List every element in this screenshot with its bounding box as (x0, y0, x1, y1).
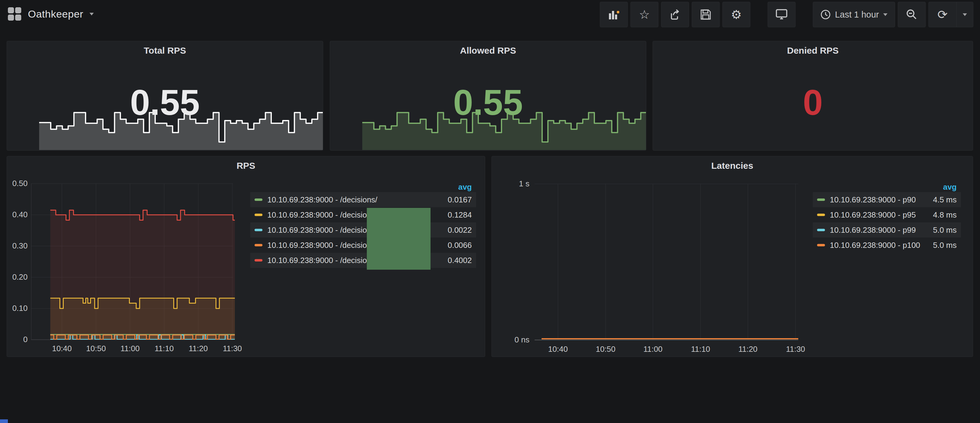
rps-y-tick: 0.30 (8, 241, 28, 250)
legend-series-label[interactable]: 10.10.69.238:9000 - p95 (830, 210, 916, 220)
rps-x-tick: 11:10 (148, 344, 181, 353)
rps-y-tick: 0.20 (8, 272, 28, 282)
rps-x-tick: 11:30 (216, 344, 249, 353)
time-range-label: Last 1 hour (835, 10, 879, 20)
save-icon (700, 9, 711, 20)
latencies-y-tick: 0 ns (500, 335, 530, 345)
legend-avg-value: 5.0 ms (933, 225, 961, 235)
rps-y-tick: 0.40 (8, 210, 28, 219)
rps-legend: avg 10.10.69.238:9000 - /decisions/0.016… (250, 182, 476, 268)
legend-series-label[interactable]: 10.10.69.238:9000 - /decisions/ (267, 210, 377, 220)
latencies-x-tick: 11:00 (636, 345, 670, 354)
panel-latencies: Latencies 1 s0 ns10:4010:5011:0011:1011:… (492, 156, 973, 357)
bottom-left-blue-element (0, 419, 8, 423)
latencies-x-tick: 11:20 (731, 345, 765, 354)
dashboard-title-caret-icon[interactable] (89, 13, 94, 16)
legend-avg-value: 4.8 ms (933, 210, 961, 220)
legend-series-label[interactable]: 10.10.69.238:9000 - p90 (830, 195, 916, 204)
grafana-dashboard: Oathkeeper ☆ ⚙ (0, 0, 980, 423)
series-key-icon (817, 229, 825, 231)
legend-avg-value: 0.0066 (447, 241, 476, 250)
legend-avg-value: 0.0167 (447, 195, 476, 204)
star-icon: ☆ (639, 8, 650, 21)
legend-avg-value: 0.4002 (447, 256, 476, 265)
panel-allowed-rps: Allowed RPS 0.55 (330, 41, 646, 151)
zoom-out-icon (906, 9, 918, 20)
legend-series-label[interactable]: 10.10.69.238:9000 - p99 (830, 225, 916, 235)
legend-series-label[interactable]: 10.10.69.238:9000 - /decisions/ (267, 256, 377, 265)
refresh-interval-dropdown[interactable] (957, 2, 973, 27)
refresh-button[interactable]: ⟳ (929, 2, 957, 27)
latencies-x-tick: 10:50 (589, 345, 622, 354)
legend-series-label[interactable]: 10.10.69.238:9000 - /decisions/ (267, 241, 377, 250)
series-key-icon (255, 244, 262, 246)
cycle-view-monitor-icon (775, 8, 788, 21)
series-key-icon (817, 198, 825, 201)
share-icon (669, 8, 681, 21)
series-key-icon (817, 214, 825, 216)
legend-row[interactable]: 10.10.69.238:9000 - /decisions/0.4002 (250, 253, 476, 268)
refresh-button-group: ⟳ (928, 2, 973, 27)
dashboard-toolbar: ☆ ⚙ (597, 2, 973, 27)
series-key-icon (255, 229, 262, 231)
legend-row[interactable]: 10.10.69.238:9000 - /decisions/0.1284 (250, 207, 476, 222)
legend-avg-value: 4.5 ms (933, 195, 961, 204)
legend-series-label[interactable]: 10.10.69.238:9000 - /decisions/ (267, 225, 377, 235)
clock-icon (821, 10, 831, 20)
settings-gear-icon: ⚙ (731, 8, 742, 21)
toolbar-gap (795, 2, 810, 27)
rps-y-tick: 0.10 (8, 304, 28, 313)
stat-value: 0 (653, 81, 973, 124)
legend-row[interactable]: 10.10.69.238:9000 - /decisions/0.0066 (250, 238, 476, 253)
add-panel-icon (608, 8, 620, 21)
legend-avg-header[interactable]: avg (250, 182, 476, 192)
legend-series-label[interactable]: 10.10.69.238:9000 - p100 (830, 241, 920, 250)
save-button[interactable] (692, 2, 720, 27)
panel-denied-rps: Denied RPS 0 (652, 41, 973, 151)
legend-row[interactable]: 10.10.69.238:9000 - /decisions/0.0022 (250, 222, 476, 238)
rps-y-tick: 0 (8, 335, 28, 344)
legend-avg-value: 0.1284 (447, 210, 476, 220)
panel-title[interactable]: Denied RPS (653, 46, 973, 56)
legend-avg-value: 0.0022 (447, 225, 476, 235)
latencies-legend: avg 10.10.69.238:9000 - p904.5 ms10.10.6… (813, 182, 961, 253)
settings-button[interactable]: ⚙ (722, 2, 750, 27)
panel-title[interactable]: Total RPS (7, 46, 323, 56)
time-range-picker[interactable]: Last 1 hour (813, 2, 895, 27)
legend-row[interactable]: 10.10.69.238:9000 - p995.0 ms (813, 222, 961, 238)
toolbar-gap (750, 2, 765, 27)
latencies-x-tick: 11:10 (684, 345, 717, 354)
rps-y-tick: 0.50 (8, 179, 28, 188)
series-key-icon (255, 198, 262, 201)
dashboard-title[interactable]: Oathkeeper (28, 8, 83, 20)
legend-row[interactable]: 10.10.69.238:9000 - p1005.0 ms (813, 238, 961, 253)
latencies-x-tick: 10:40 (541, 345, 575, 354)
rps-x-tick: 10:50 (79, 344, 113, 353)
latencies-y-tick: 1 s (500, 179, 530, 189)
stat-value: 0.55 (330, 81, 646, 124)
legend-avg-value: 5.0 ms (933, 241, 961, 250)
legend-avg-header[interactable]: avg (813, 182, 961, 192)
dashboard-nav: Oathkeeper (7, 0, 94, 28)
rps-x-tick: 11:00 (113, 344, 147, 353)
panel-title[interactable]: Allowed RPS (330, 46, 646, 56)
rps-x-tick: 11:20 (181, 344, 215, 353)
stat-value: 0.55 (7, 81, 323, 124)
zoom-out-button[interactable] (898, 2, 926, 27)
share-button[interactable] (661, 2, 689, 27)
panel-rps: RPS 0.500.400.300.200.10010:4010:5011:00… (7, 156, 485, 357)
dashboards-grid-icon[interactable] (7, 7, 22, 21)
cycle-view-button[interactable] (768, 2, 795, 27)
legend-row[interactable]: 10.10.69.238:9000 - /decisions/0.0167 (250, 192, 476, 207)
series-key-icon (817, 244, 825, 246)
legend-series-label[interactable]: 10.10.69.238:9000 - /decisions/ (267, 195, 377, 204)
legend-row[interactable]: 10.10.69.238:9000 - p954.8 ms (813, 207, 961, 222)
panel-total-rps: Total RPS 0.55 (7, 41, 323, 151)
latencies-x-tick: 11:30 (779, 345, 812, 354)
add-panel-button[interactable] (600, 2, 628, 27)
legend-row[interactable]: 10.10.69.238:9000 - p904.5 ms (813, 192, 961, 207)
redaction-overlay (367, 208, 431, 270)
rps-x-tick: 10:40 (45, 344, 79, 353)
star-button[interactable]: ☆ (630, 2, 659, 27)
time-range-caret-icon (883, 13, 888, 16)
